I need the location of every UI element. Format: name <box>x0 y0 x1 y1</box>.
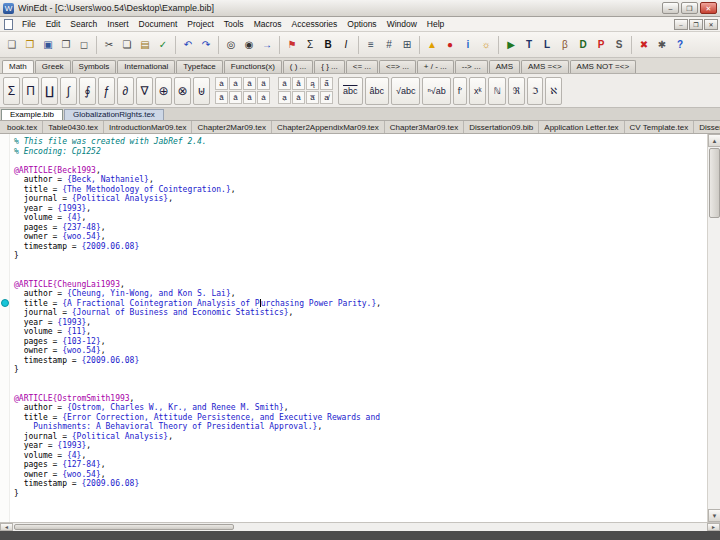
menu-search[interactable]: Search <box>65 18 102 30</box>
sum-button[interactable]: Σ <box>3 77 20 105</box>
error-icon[interactable]: ● <box>441 35 459 55</box>
editor-line[interactable]: volume = {4}, <box>14 213 707 223</box>
editor-line[interactable]: journal = {Political Analysis}, <box>14 432 707 442</box>
editor-line[interactable] <box>14 375 707 385</box>
menu-window[interactable]: Window <box>382 18 422 30</box>
editor-line[interactable]: title = {A Fractional Cointegration Anal… <box>14 299 707 309</box>
bulb-icon[interactable]: ☼ <box>477 35 495 55</box>
italic-icon[interactable]: I <box>337 35 355 55</box>
editor-line[interactable]: volume = {4}, <box>14 451 707 461</box>
editor-line[interactable]: timestamp = {2009.06.08} <box>14 242 707 252</box>
project-tab-chapter2appendixmar09-tex[interactable]: Chapter2AppendixMar09.tex <box>272 121 385 133</box>
editor-line[interactable]: pages = {103-12}, <box>14 337 707 347</box>
scroll-down-icon[interactable]: ▼ <box>708 509 720 522</box>
editor-line[interactable]: % Encoding: Cp1252 <box>14 147 707 157</box>
copy-icon[interactable]: ❏ <box>118 35 136 55</box>
print-preview-icon[interactable]: ◻ <box>75 35 93 55</box>
editor-line[interactable]: owner = {woo.54}, <box>14 346 707 356</box>
editor-line[interactable]: author = {Ostrom, Charles W., Kr., and R… <box>14 403 707 413</box>
horizontal-scrollbar[interactable]: ◄ ► <box>0 522 720 531</box>
vertical-scroll-thumb[interactable] <box>709 148 720 218</box>
accent-button[interactable]: ȧ <box>257 91 270 104</box>
close-button[interactable]: ✕ <box>700 2 717 14</box>
symbol-tab-greek[interactable]: Greek <box>35 60 71 73</box>
save-icon[interactable]: ▣ <box>39 35 57 55</box>
accent-button[interactable]: a̅ <box>306 91 319 104</box>
editor-line[interactable]: Punishments: A Behavioral Theory of Pres… <box>14 422 707 432</box>
texify-icon[interactable]: T <box>520 35 538 55</box>
warning-icon[interactable]: ▲ <box>423 35 441 55</box>
accent-button[interactable]: ǎ <box>278 77 291 90</box>
mdi-minimize-button[interactable]: – <box>674 19 688 30</box>
undo-icon[interactable]: ↶ <box>179 35 197 55</box>
menu-options[interactable]: Options <box>342 18 381 30</box>
bullet-list-icon[interactable]: ≡ <box>362 35 380 55</box>
editor-line[interactable]: owner = {woo.54}, <box>14 470 707 480</box>
stop-icon[interactable]: ✖ <box>635 35 653 55</box>
editor-line[interactable] <box>14 384 707 394</box>
function-button[interactable]: ƒ <box>98 77 115 105</box>
im-button[interactable]: ℑ <box>527 77 543 105</box>
project-tab-dissertation-summary-tex[interactable]: Dissertation Summary.tex <box>694 121 720 133</box>
symbol-tab-tab[interactable]: ( ) ... <box>283 60 313 73</box>
cut-icon[interactable]: ✂ <box>100 35 118 55</box>
coproduct-button[interactable]: ∐ <box>41 77 58 105</box>
editor-line[interactable]: author = {Beck, Nathaniel}, <box>14 175 707 185</box>
nthroot-button[interactable]: ⁿ√ab <box>422 77 450 105</box>
superscript-button[interactable]: xᵏ <box>469 77 487 105</box>
accent-button[interactable]: â <box>243 77 256 90</box>
symbol-tab-tab[interactable]: <= ... <box>346 60 378 73</box>
oplus-button[interactable]: ⊕ <box>155 77 172 105</box>
editor-line[interactable] <box>14 156 707 166</box>
mdi-close-button[interactable]: ✕ <box>704 19 718 30</box>
info-icon[interactable]: i <box>459 35 477 55</box>
accent-button[interactable]: ā <box>229 91 242 104</box>
redo-icon[interactable]: ↷ <box>197 35 215 55</box>
editor-line[interactable]: volume = {11}, <box>14 327 707 337</box>
overline-button[interactable]: abc <box>338 77 363 105</box>
symbol-tab-ams-not[interactable]: AMS NOT =<> <box>570 60 637 73</box>
project-tab-introductionmar09-tex[interactable]: IntroductionMar09.tex <box>104 121 192 133</box>
numbered-list-icon[interactable]: # <box>380 35 398 55</box>
horizontal-scroll-thumb[interactable] <box>14 524 234 530</box>
menu-accessories[interactable]: Accessories <box>287 18 343 30</box>
doc-tab-example-bib[interactable]: Example.bib <box>1 109 63 120</box>
scroll-right-icon[interactable]: ► <box>707 523 720 531</box>
dvi-preview-icon[interactable]: D <box>574 35 592 55</box>
contour-integral-button[interactable]: ∮ <box>79 77 96 105</box>
editor-line[interactable]: year = {1993}, <box>14 204 707 214</box>
menu-tools[interactable]: Tools <box>219 18 249 30</box>
bibtex-icon[interactable]: β <box>556 35 574 55</box>
scroll-left-icon[interactable]: ◄ <box>0 523 13 531</box>
editor-line[interactable]: year = {1993}, <box>14 318 707 328</box>
editor-line[interactable]: timestamp = {2009.06.08} <box>14 356 707 366</box>
symbol-tab-tab[interactable]: + / - ... <box>417 60 454 73</box>
scroll-up-icon[interactable]: ▲ <box>708 134 720 147</box>
symbol-tab-international[interactable]: International <box>117 60 175 73</box>
accent-button[interactable]: ä <box>257 77 270 90</box>
menu-insert[interactable]: Insert <box>102 18 133 30</box>
find-icon[interactable]: ◎ <box>222 35 240 55</box>
minimize-button[interactable]: – <box>662 2 679 14</box>
paste-icon[interactable]: ▤ <box>136 35 154 55</box>
editor-line[interactable]: title = {Error Correction, Attitude Pers… <box>14 413 707 423</box>
menu-macros[interactable]: Macros <box>249 18 287 30</box>
editor-line[interactable]: journal = {Journal of Business and Econo… <box>14 308 707 318</box>
symbol-tab-ams[interactable]: AMS <box>489 60 520 73</box>
mdi-document-icon[interactable] <box>4 19 13 30</box>
goto-line-icon[interactable]: → <box>258 35 276 55</box>
new-document-icon[interactable]: ❑ <box>3 35 21 55</box>
options-icon[interactable]: ✱ <box>653 35 671 55</box>
editor-line[interactable]: % This file was created with JabRef 2.4. <box>14 137 707 147</box>
partial-button[interactable]: ∂ <box>117 77 134 105</box>
aleph-button[interactable]: ℵ <box>545 77 562 105</box>
project-tab-chapter3mar09-tex[interactable]: Chapter3Mar09.tex <box>385 121 464 133</box>
editor-line[interactable]: @ARTICLE{OstromSmith1993, <box>14 394 707 404</box>
run-icon[interactable]: ▶ <box>502 35 520 55</box>
project-tab-book-tex[interactable]: book.tex <box>2 121 43 133</box>
text-editor[interactable]: % This file was created with JabRef 2.4.… <box>11 134 707 522</box>
menu-help[interactable]: Help <box>422 18 449 30</box>
uplus-button[interactable]: ⊎ <box>193 77 210 105</box>
mdi-restore-button[interactable]: ❐ <box>689 19 703 30</box>
editor-line[interactable] <box>14 270 707 280</box>
